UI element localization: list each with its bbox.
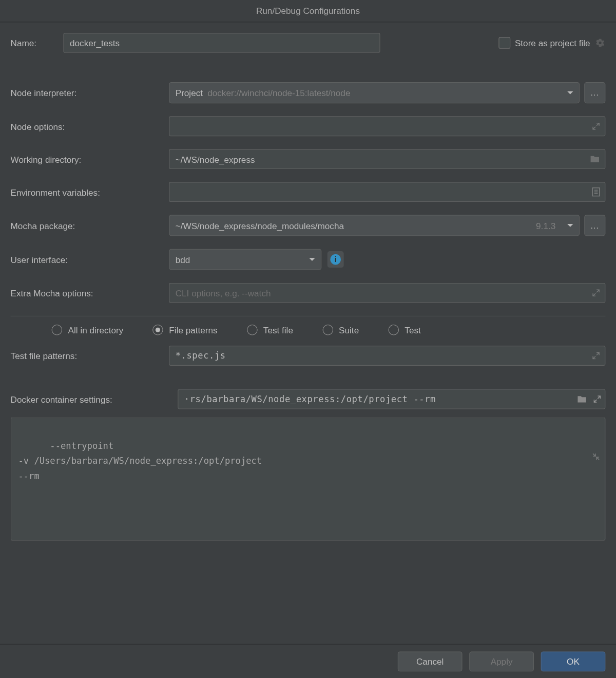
test-scope-radios: All in directory File patterns Test file…	[11, 325, 606, 335]
user-interface-combo[interactable]: bdd	[169, 249, 321, 270]
interpreter-browse-button[interactable]: ...	[584, 82, 605, 103]
env-vars-label: Environment variables:	[11, 187, 169, 197]
working-dir-label: Working directory:	[11, 154, 169, 164]
expand-icon[interactable]	[592, 122, 600, 130]
radio-test[interactable]: Test	[388, 325, 420, 335]
folder-icon[interactable]	[590, 155, 601, 163]
info-button[interactable]: i	[328, 251, 344, 268]
node-interpreter-combo[interactable]: Project docker://winchci/node-15:latest/…	[169, 82, 580, 103]
interpreter-value: docker://winchci/node-15:latest/node	[207, 88, 350, 98]
user-interface-label: User interface:	[11, 254, 169, 264]
radio-label: Test	[405, 325, 420, 335]
docker-args-preview[interactable]: --entrypoint -v /Users/barbara/WS/node_e…	[11, 418, 606, 541]
radio-icon	[322, 325, 333, 335]
test-patterns-input[interactable]: *.spec.js	[169, 346, 605, 366]
docker-settings-value: ·rs/barbara/WS/node_express:/opt/project…	[184, 394, 436, 405]
name-value: docker_tests	[70, 38, 120, 48]
radio-label: File patterns	[169, 325, 217, 335]
test-patterns-value: *.spec.js	[176, 350, 226, 361]
node-options-input[interactable]	[169, 116, 605, 136]
user-interface-value: bdd	[176, 254, 190, 264]
chevron-down-icon	[309, 258, 315, 261]
extra-mocha-label: Extra Mocha options:	[11, 288, 169, 298]
extra-mocha-input[interactable]: CLI options, e.g. --watch	[169, 283, 605, 303]
radio-test-file[interactable]: Test file	[247, 325, 293, 335]
expand-icon[interactable]	[593, 395, 601, 403]
mocha-package-combo[interactable]: ~/WS/node_express/node_modules/mocha 9.1…	[169, 215, 580, 236]
apply-button[interactable]: Apply	[469, 651, 534, 671]
radio-icon	[52, 325, 63, 335]
working-dir-input[interactable]: ~/WS/node_express	[169, 149, 605, 169]
expand-icon[interactable]	[592, 352, 600, 360]
radio-label: All in directory	[68, 325, 124, 335]
divider	[11, 316, 606, 316]
extra-mocha-placeholder: CLI options, e.g. --watch	[176, 288, 271, 298]
radio-file-patterns[interactable]: File patterns	[152, 325, 217, 335]
test-patterns-label: Test file patterns:	[11, 351, 169, 361]
interpreter-prefix: Project	[176, 88, 203, 98]
radio-suite[interactable]: Suite	[322, 325, 359, 335]
expand-icon[interactable]	[592, 289, 600, 297]
node-options-label: Node options:	[11, 121, 169, 131]
cancel-button[interactable]: Cancel	[398, 651, 463, 671]
mocha-package-value: ~/WS/node_express/node_modules/mocha	[176, 220, 344, 230]
mocha-browse-button[interactable]: ...	[584, 215, 605, 236]
folder-icon[interactable]	[576, 395, 587, 403]
mocha-package-label: Mocha package:	[11, 220, 169, 230]
dialog-title: Run/Debug Configurations	[0, 0, 616, 22]
radio-label: Suite	[339, 325, 359, 335]
collapse-icon[interactable]	[592, 423, 600, 431]
name-input[interactable]: docker_tests	[63, 33, 380, 53]
ok-button[interactable]: OK	[541, 651, 606, 671]
name-label: Name:	[11, 38, 64, 48]
radio-label: Test file	[263, 325, 293, 335]
checkbox-icon	[498, 37, 510, 49]
list-icon[interactable]	[592, 187, 600, 197]
chevron-down-icon	[567, 91, 573, 95]
info-icon: i	[330, 254, 341, 265]
mocha-version: 9.1.3	[536, 220, 555, 230]
env-vars-input[interactable]	[169, 182, 605, 202]
chevron-down-icon	[567, 224, 573, 227]
working-dir-value: ~/WS/node_express	[176, 154, 255, 164]
radio-icon	[152, 325, 163, 335]
store-label: Store as project file	[515, 38, 590, 48]
gear-icon[interactable]	[595, 37, 606, 48]
docker-args-text: --entrypoint -v /Users/barbara/WS/node_e…	[18, 441, 262, 481]
radio-icon	[247, 325, 258, 335]
docker-settings-label: Docker container settings:	[11, 394, 178, 404]
radio-all-in-directory[interactable]: All in directory	[52, 325, 124, 335]
docker-settings-input[interactable]: ·rs/barbara/WS/node_express:/opt/project…	[178, 389, 605, 409]
node-interpreter-label: Node interpreter:	[11, 88, 169, 98]
radio-icon	[388, 325, 399, 335]
store-as-project-checkbox[interactable]: Store as project file	[498, 37, 590, 49]
